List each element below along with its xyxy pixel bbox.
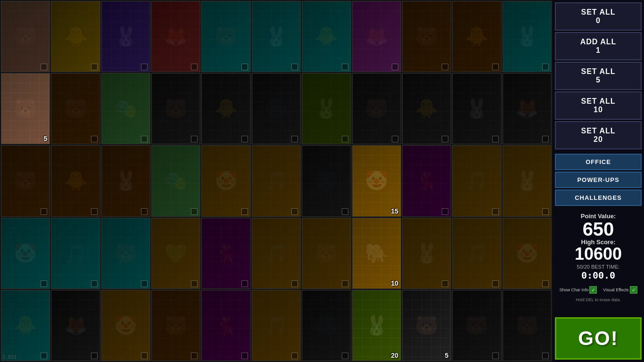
char-cell[interactable]: 🐥 — [51, 1, 100, 72]
char-cell[interactable]: 🤡 — [201, 145, 250, 216]
char-cell[interactable]: 🐻 — [101, 218, 150, 289]
char-cell[interactable]: 💚 — [151, 218, 200, 289]
show-char-checkbox[interactable]: ✓ — [589, 286, 597, 294]
checkboxes-section: Show Char Info ✓ Visual Effects ✓ — [555, 285, 642, 295]
cell-value — [291, 64, 298, 70]
cell-value — [191, 208, 198, 215]
char-cell[interactable]: 🌑 — [252, 73, 301, 144]
char-cell[interactable]: 🎵 — [252, 290, 301, 361]
cell-value — [241, 280, 248, 287]
char-cell[interactable]: 🎵 — [252, 145, 301, 216]
char-cell[interactable]: 🐰 20 — [352, 290, 401, 361]
add-all-1-button[interactable]: ADD ALL 1 — [555, 32, 642, 60]
set-all-20-button[interactable]: SET ALL 20 — [555, 121, 642, 149]
cell-value — [141, 353, 148, 359]
char-cell[interactable]: 🐰 — [302, 73, 351, 144]
char-cell[interactable]: 🐻 5 — [402, 290, 451, 361]
cell-value — [241, 64, 248, 70]
char-cell[interactable]: 🎵 — [452, 145, 501, 216]
show-char-label: Show Char Info — [559, 288, 588, 292]
cell-value — [191, 64, 198, 70]
char-cell[interactable]: 🐰 — [101, 145, 150, 216]
cell-value — [342, 64, 348, 70]
visual-effects-checkbox[interactable]: ✓ — [630, 286, 637, 294]
cell-value — [442, 280, 448, 287]
char-cell[interactable]: 🐥 — [1, 290, 50, 361]
cell-value — [241, 353, 248, 359]
cell-value — [492, 136, 499, 142]
char-cell[interactable]: 🤡 15 — [352, 145, 401, 216]
char-cell[interactable]: 🐥 — [302, 1, 351, 72]
char-cell[interactable]: 🐥 — [402, 73, 451, 144]
char-cell[interactable]: 🐰 — [503, 1, 552, 72]
char-icon: 🐥 — [64, 170, 88, 192]
set-all-5-button[interactable]: SET ALL 5 — [555, 62, 642, 90]
char-cell[interactable]: 🤡 — [1, 218, 50, 289]
cell-value — [342, 208, 348, 215]
set-all-10-button[interactable]: SET ALL 10 — [555, 91, 642, 120]
char-cell[interactable]: 💃 — [201, 218, 250, 289]
char-cell[interactable]: 🐻 — [402, 1, 451, 72]
char-cell[interactable]: 💃 — [402, 145, 451, 216]
char-cell[interactable]: 🐰 — [503, 145, 552, 216]
char-icon: 🐥 — [314, 25, 338, 48]
char-cell[interactable]: 🎵 — [51, 218, 100, 289]
char-icon: 🦊 — [64, 314, 88, 337]
best-time-label: 50/20 BEST TIME: — [557, 264, 639, 270]
cell-value — [392, 64, 398, 70]
char-icon: 🐻 — [64, 98, 88, 120]
char-cell[interactable]: 🎵 — [252, 218, 301, 289]
char-cell[interactable]: 🐰 — [452, 73, 501, 144]
char-cell[interactable]: 🎵 — [452, 218, 501, 289]
char-cell[interactable]: 🐻 — [1, 145, 50, 216]
char-cell[interactable]: 🐰 — [402, 218, 451, 289]
char-icon: 🦊 — [164, 25, 188, 48]
char-icon: 🐥 — [215, 98, 238, 120]
char-cell[interactable]: 🐥 — [51, 145, 100, 216]
char-cell[interactable]: 🐻 — [51, 73, 100, 144]
char-cell[interactable]: 🌑 — [302, 290, 351, 361]
challenges-button[interactable]: CHALLENGES — [555, 189, 642, 206]
char-cell[interactable]: 🌑 — [302, 145, 351, 216]
char-cell[interactable]: 🤡 — [101, 290, 150, 361]
char-cell[interactable]: 🤡 — [503, 218, 552, 289]
office-button[interactable]: OFFICE — [555, 154, 642, 170]
char-cell[interactable]: 🐻 — [1, 1, 50, 72]
char-cell[interactable]: 🐻 — [352, 73, 401, 144]
powerups-button[interactable]: POWER-UPS — [555, 172, 642, 188]
char-cell[interactable]: 🦊 — [352, 1, 401, 72]
char-cell[interactable]: 🦊 — [51, 290, 100, 361]
char-icon: 🐰 — [465, 98, 488, 120]
char-cell[interactable]: 🐰 — [101, 1, 150, 72]
char-cell[interactable]: 🐻 5 — [1, 73, 50, 144]
char-icon: 🌑 — [264, 98, 288, 120]
char-cell[interactable]: 🐻 — [503, 290, 552, 361]
cell-value — [442, 136, 448, 142]
char-icon: 💚 — [164, 242, 188, 264]
char-cell[interactable]: 🐻 — [151, 290, 200, 361]
char-cell[interactable]: 🐥 — [452, 1, 501, 72]
char-cell[interactable]: 💃 — [201, 290, 250, 361]
char-cell[interactable]: 🎭 — [101, 73, 150, 144]
char-icon: 🐻 — [215, 25, 238, 48]
char-icon: 🐰 — [365, 314, 388, 337]
cell-value: 15 — [391, 207, 398, 215]
cell-value — [191, 353, 198, 359]
char-icon: 🎵 — [264, 314, 288, 337]
char-cell[interactable]: 🐰 — [252, 1, 301, 72]
char-cell[interactable]: 🐻 — [302, 218, 351, 289]
char-cell[interactable]: 🦊 — [151, 1, 200, 72]
char-cell[interactable]: 🐻 — [201, 1, 250, 72]
char-cell[interactable]: 🐘 10 — [352, 218, 401, 289]
char-cell[interactable]: 🐻 — [452, 290, 501, 361]
char-cell[interactable]: 🦊 — [503, 73, 552, 144]
go-button[interactable]: GO! — [555, 317, 642, 360]
set-all-0-button[interactable]: SET ALL 0 — [555, 2, 642, 31]
char-cell[interactable]: 🎭 — [151, 145, 200, 216]
cell-value — [542, 136, 549, 142]
char-cell[interactable]: 🐻 — [151, 73, 200, 144]
char-icon: 🐻 — [114, 242, 138, 264]
char-icon: 🌑 — [314, 314, 338, 337]
char-cell[interactable]: 🐥 — [201, 73, 250, 144]
cell-value — [191, 280, 198, 287]
